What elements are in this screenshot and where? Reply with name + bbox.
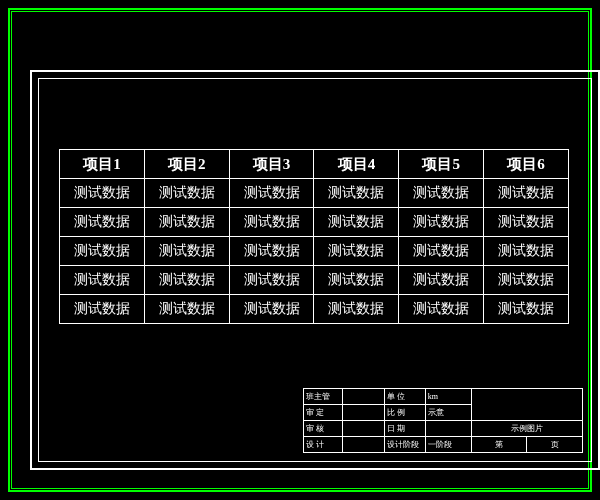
cell: 测试数据 bbox=[314, 295, 399, 324]
col-header: 项目4 bbox=[314, 150, 399, 179]
cell: 测试数据 bbox=[399, 179, 484, 208]
cell: 测试数据 bbox=[60, 295, 145, 324]
tb-page-suffix: 页 bbox=[527, 437, 583, 453]
tb-value bbox=[343, 389, 385, 405]
tb-label: 审 定 bbox=[304, 405, 343, 421]
cell: 测试数据 bbox=[314, 208, 399, 237]
data-table: 项目1 项目2 项目3 项目4 项目5 项目6 测试数据测试数据测试数据测试数据… bbox=[59, 149, 569, 324]
cell: 测试数据 bbox=[399, 295, 484, 324]
tb-value: 示意 bbox=[425, 405, 471, 421]
tb-value: 一阶段 bbox=[425, 437, 471, 453]
cell: 测试数据 bbox=[484, 266, 569, 295]
tb-label: 审 核 bbox=[304, 421, 343, 437]
col-header: 项目1 bbox=[60, 150, 145, 179]
table-row: 测试数据测试数据测试数据测试数据测试数据测试数据 bbox=[60, 179, 569, 208]
tb-page-prefix: 第 bbox=[471, 437, 527, 453]
col-header: 项目5 bbox=[399, 150, 484, 179]
cell: 测试数据 bbox=[484, 295, 569, 324]
tb-value bbox=[343, 421, 385, 437]
tb-label: 设计阶段 bbox=[385, 437, 425, 453]
tb-label: 单 位 bbox=[385, 389, 425, 405]
cell: 测试数据 bbox=[399, 208, 484, 237]
cell: 测试数据 bbox=[60, 179, 145, 208]
table-row: 测试数据测试数据测试数据测试数据测试数据测试数据 bbox=[60, 208, 569, 237]
tb-title-top bbox=[471, 389, 582, 421]
tb-label: 班主管 bbox=[304, 389, 343, 405]
cell: 测试数据 bbox=[229, 208, 314, 237]
cell: 测试数据 bbox=[484, 208, 569, 237]
tb-title-middle: 示例图片 bbox=[471, 421, 582, 437]
cell: 测试数据 bbox=[60, 208, 145, 237]
cell: 测试数据 bbox=[314, 237, 399, 266]
cell: 测试数据 bbox=[484, 179, 569, 208]
table-header-row: 项目1 项目2 项目3 项目4 项目5 项目6 bbox=[60, 150, 569, 179]
cell: 测试数据 bbox=[60, 266, 145, 295]
cell: 测试数据 bbox=[229, 237, 314, 266]
cell: 测试数据 bbox=[314, 179, 399, 208]
drawing-frame-inner: 项目1 项目2 项目3 项目4 项目5 项目6 测试数据测试数据测试数据测试数据… bbox=[38, 78, 592, 462]
drawing-frame-outer: 项目1 项目2 项目3 项目4 项目5 项目6 测试数据测试数据测试数据测试数据… bbox=[30, 70, 600, 470]
tb-value bbox=[343, 437, 385, 453]
cell: 测试数据 bbox=[144, 237, 229, 266]
cell: 测试数据 bbox=[229, 266, 314, 295]
tb-value bbox=[425, 421, 471, 437]
tb-label: 比 例 bbox=[385, 405, 425, 421]
table-row: 测试数据测试数据测试数据测试数据测试数据测试数据 bbox=[60, 266, 569, 295]
col-header: 项目3 bbox=[229, 150, 314, 179]
tb-value: km bbox=[425, 389, 471, 405]
cell: 测试数据 bbox=[399, 266, 484, 295]
col-header: 项目2 bbox=[144, 150, 229, 179]
cell: 测试数据 bbox=[60, 237, 145, 266]
table-body: 测试数据测试数据测试数据测试数据测试数据测试数据 测试数据测试数据测试数据测试数… bbox=[60, 179, 569, 324]
cell: 测试数据 bbox=[484, 237, 569, 266]
col-header: 项目6 bbox=[484, 150, 569, 179]
title-block: 班主管 单 位 km 审 定 比 例 示意 审 核 日 期 bbox=[303, 388, 583, 453]
title-block-table: 班主管 单 位 km 审 定 比 例 示意 审 核 日 期 bbox=[303, 388, 583, 453]
cell: 测试数据 bbox=[144, 208, 229, 237]
cell: 测试数据 bbox=[399, 237, 484, 266]
cell: 测试数据 bbox=[144, 295, 229, 324]
table-row: 测试数据测试数据测试数据测试数据测试数据测试数据 bbox=[60, 295, 569, 324]
tb-value bbox=[343, 405, 385, 421]
cell: 测试数据 bbox=[229, 179, 314, 208]
cell: 测试数据 bbox=[229, 295, 314, 324]
tb-label: 日 期 bbox=[385, 421, 425, 437]
cell: 测试数据 bbox=[314, 266, 399, 295]
cell: 测试数据 bbox=[144, 179, 229, 208]
table-row: 测试数据测试数据测试数据测试数据测试数据测试数据 bbox=[60, 237, 569, 266]
cell: 测试数据 bbox=[144, 266, 229, 295]
tb-label: 设 计 bbox=[304, 437, 343, 453]
